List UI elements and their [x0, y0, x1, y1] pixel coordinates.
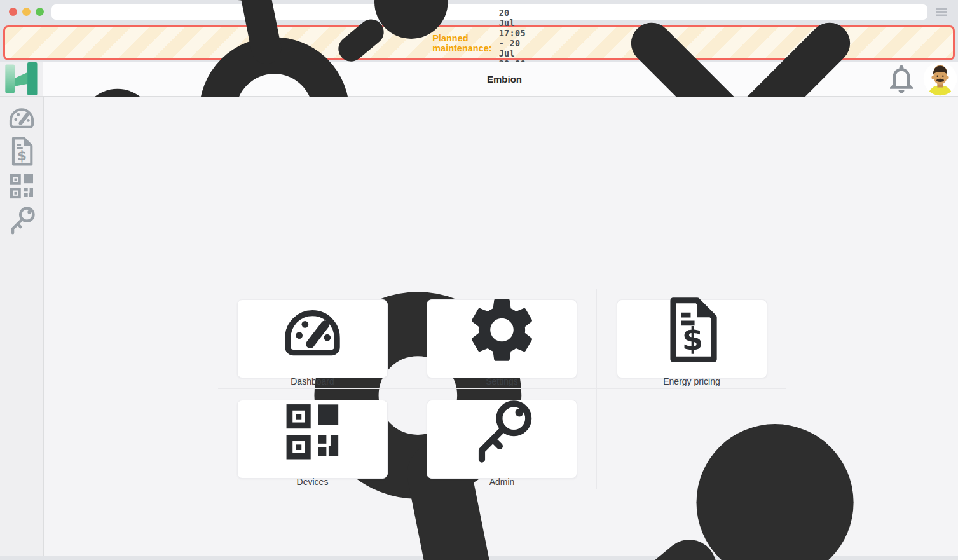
card-label: Dashboard — [291, 376, 334, 386]
card-devices[interactable]: Devices — [237, 400, 388, 479]
grid-cell: Devices — [218, 389, 407, 489]
card-label: Devices — [297, 477, 329, 487]
svg-text:$: $ — [681, 320, 703, 356]
card-label: Energy pricing — [663, 376, 720, 386]
gear-icon — [427, 291, 577, 369]
grid-cell: $ Energy pricing — [597, 289, 786, 389]
avatar — [922, 62, 958, 96]
card-dashboard[interactable]: Dashboard — [237, 299, 388, 378]
grid-cell: Dashboard — [218, 289, 407, 389]
key-icon — [427, 392, 577, 469]
app-body: $ Welcome Embion — [0, 97, 958, 556]
header-actions — [881, 62, 958, 96]
minimize-window-button[interactable] — [22, 8, 31, 16]
invoice-icon: $ — [0, 134, 43, 168]
zoom-window-button[interactable] — [36, 8, 44, 16]
bell-icon — [881, 62, 922, 96]
close-window-button[interactable] — [9, 8, 17, 16]
card-admin[interactable]: Admin — [427, 400, 577, 479]
workspace-name: Embion — [487, 74, 522, 85]
grid-empty-cell — [597, 389, 786, 489]
invoice-icon: $ — [617, 291, 767, 369]
gauge-icon — [238, 291, 387, 369]
gauge-icon — [0, 100, 43, 134]
h-logo-icon — [0, 62, 43, 96]
sidebar-item-dashboard[interactable] — [0, 100, 43, 134]
screen: Planned maintenance: 20 Jul 17:05 - 20 J… — [0, 0, 958, 560]
main-content: Welcome Embion Dashboard Set — [44, 97, 958, 556]
qr-code-icon — [238, 392, 387, 469]
user-menu-button[interactable] — [922, 62, 958, 96]
app-window: Embion $ — [0, 62, 958, 556]
card-settings[interactable]: Settings — [427, 299, 577, 378]
window-controls — [9, 8, 44, 16]
grid-cell: Settings — [407, 289, 597, 389]
card-energy-pricing[interactable]: $ Energy pricing — [617, 299, 767, 378]
card-label: Settings — [486, 376, 518, 386]
sidebar-item-energy-pricing[interactable]: $ — [0, 134, 43, 168]
home-logo-button[interactable] — [0, 62, 43, 96]
notifications-button[interactable] — [881, 62, 922, 96]
grid-cell: Admin — [407, 389, 597, 489]
navigation-card-grid: Dashboard Settings $ Energy pricing — [218, 289, 786, 489]
qr-code-icon — [0, 168, 43, 203]
app-header: Embion — [0, 62, 958, 97]
svg-text:$: $ — [17, 147, 27, 163]
sidebar-item-devices[interactable] — [0, 168, 43, 203]
card-label: Admin — [489, 477, 515, 487]
